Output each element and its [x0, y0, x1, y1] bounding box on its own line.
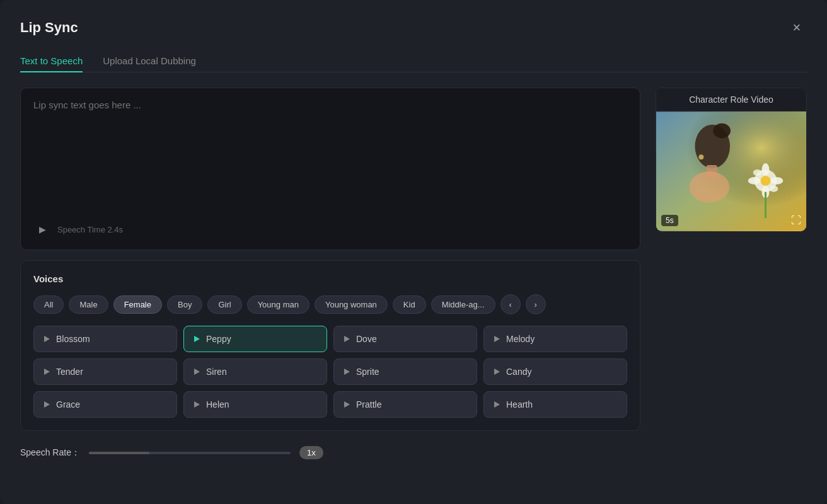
speech-rate-value: 1x: [299, 446, 323, 459]
play-icon: [494, 401, 500, 408]
filter-young-man[interactable]: Young man: [247, 295, 309, 314]
voice-label: Sprite: [356, 367, 379, 377]
left-panel: ▶ Speech Time 2.4s Voices All Male Femal…: [20, 88, 640, 459]
filter-boy[interactable]: Boy: [167, 295, 202, 314]
voice-siren[interactable]: Siren: [183, 358, 327, 385]
svg-point-9: [762, 163, 770, 176]
tab-upload-local-dubbing[interactable]: Upload Local Dubbing: [103, 50, 196, 72]
video-image: [656, 112, 806, 231]
voice-hearth[interactable]: Hearth: [483, 391, 627, 418]
svg-rect-1: [656, 112, 806, 231]
voice-helen[interactable]: Helen: [183, 391, 327, 418]
voice-blossom[interactable]: Blossom: [33, 326, 177, 352]
voice-label: Candy: [506, 367, 531, 377]
filter-girl[interactable]: Girl: [207, 295, 241, 314]
svg-point-14: [769, 186, 778, 192]
voices-section: Voices All Male Female Boy Girl Young ma…: [20, 260, 640, 431]
play-icon: [344, 336, 350, 342]
svg-point-8: [761, 176, 771, 186]
video-duration: 5s: [661, 215, 678, 226]
voices-title: Voices: [33, 273, 627, 284]
voice-label: Peppy: [206, 334, 231, 344]
filter-all[interactable]: All: [33, 295, 64, 314]
speech-time-label: Speech Time 2.4s: [57, 225, 123, 234]
voice-label: Hearth: [506, 399, 533, 410]
modal-title: Lip Sync: [20, 20, 78, 36]
voice-candy[interactable]: Candy: [483, 358, 627, 385]
filter-young-woman[interactable]: Young woman: [315, 295, 388, 314]
voice-tender[interactable]: Tender: [33, 358, 177, 385]
tab-bar: Text to Speech Upload Local Dubbing: [20, 50, 807, 72]
play-icon: [44, 369, 50, 375]
play-icon: ▶: [39, 224, 46, 234]
voice-label: Blossom: [56, 334, 90, 344]
character-video-box: Character Role Video: [656, 88, 807, 232]
close-button[interactable]: ×: [787, 18, 807, 38]
play-icon: [194, 369, 200, 375]
voice-label: Grace: [56, 399, 80, 410]
rate-slider-fill: [89, 452, 149, 454]
filter-male[interactable]: Male: [69, 295, 108, 314]
filter-kid[interactable]: Kid: [393, 295, 426, 314]
svg-point-11: [748, 177, 761, 185]
expand-icon[interactable]: ⛶: [791, 215, 801, 226]
svg-point-3: [713, 123, 731, 139]
play-icon: [344, 369, 350, 375]
voice-label: Helen: [206, 399, 229, 410]
voices-grid: Blossom Peppy Dove Melody: [33, 326, 627, 418]
speech-rate-label: Speech Rate：: [20, 447, 80, 459]
video-thumbnail: 5s ⛶: [656, 112, 806, 231]
speech-rate-row: Speech Rate： 1x: [20, 446, 640, 459]
voice-label: Dove: [356, 334, 377, 344]
voice-prattle[interactable]: Prattle: [333, 391, 477, 418]
svg-point-6: [698, 154, 703, 159]
svg-point-13: [753, 169, 762, 176]
play-icon: [194, 336, 200, 342]
voice-sprite[interactable]: Sprite: [333, 358, 477, 385]
play-icon: [494, 369, 500, 375]
svg-point-12: [770, 177, 783, 185]
textarea-container: ▶ Speech Time 2.4s: [20, 88, 640, 250]
voice-peppy[interactable]: Peppy: [183, 326, 327, 352]
voice-label: Melody: [506, 334, 535, 344]
play-icon: [44, 336, 50, 342]
tab-text-to-speech[interactable]: Text to Speech: [20, 50, 83, 72]
filter-next-button[interactable]: ›: [526, 294, 546, 314]
voice-grace[interactable]: Grace: [33, 391, 177, 418]
modal-header: Lip Sync ×: [20, 18, 807, 38]
character-video-label: Character Role Video: [656, 88, 806, 112]
play-icon: [344, 401, 350, 408]
voice-label: Prattle: [356, 399, 381, 410]
play-icon: [494, 336, 500, 342]
filter-tags: All Male Female Boy Girl Young man Young…: [33, 294, 627, 314]
voice-melody[interactable]: Melody: [483, 326, 627, 352]
speech-rate-slider[interactable]: [89, 452, 291, 454]
filter-female[interactable]: Female: [113, 295, 162, 314]
play-icon: [194, 401, 200, 408]
lip-sync-modal: Lip Sync × Text to Speech Upload Local D…: [0, 0, 827, 504]
voice-dove[interactable]: Dove: [333, 326, 477, 352]
svg-point-5: [690, 171, 729, 203]
content-area: ▶ Speech Time 2.4s Voices All Male Femal…: [20, 88, 807, 459]
voice-label: Tender: [56, 367, 83, 377]
lip-sync-textarea[interactable]: [33, 100, 627, 213]
play-icon: [44, 401, 50, 408]
filter-middle-age[interactable]: Middle-ag...: [431, 295, 495, 314]
speech-time-row: ▶ Speech Time 2.4s: [33, 220, 627, 238]
voice-label: Siren: [206, 367, 227, 377]
right-panel: Character Role Video: [656, 88, 807, 459]
filter-prev-button[interactable]: ‹: [500, 294, 521, 314]
play-speech-button[interactable]: ▶: [33, 220, 51, 238]
